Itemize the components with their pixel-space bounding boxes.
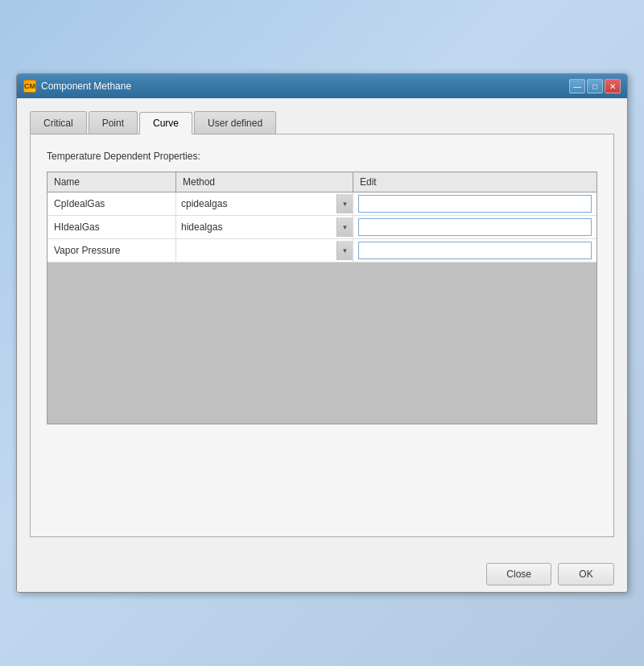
window-close-button[interactable]: ✕ (605, 79, 621, 93)
window-icon: CM (23, 80, 36, 93)
row2-edit-input[interactable] (358, 218, 592, 236)
properties-table: Name Method Edit CpIdealGas cpidealgas ▼ (47, 172, 597, 424)
row3-method-select[interactable]: ▼ (176, 241, 353, 260)
row3-method-dropdown-arrow[interactable]: ▼ (336, 241, 353, 260)
col-header-edit: Edit (353, 172, 597, 192)
row3-method-value (176, 247, 336, 254)
row3-edit-input[interactable] (358, 242, 592, 259)
window-title: Component Methane (41, 81, 131, 92)
col-header-method: Method (176, 172, 353, 192)
row2-method-value: hidealgas (176, 218, 336, 236)
row2-method-select[interactable]: hidealgas ▼ (176, 217, 353, 237)
table-row: HIdealGas hidealgas ▼ (47, 216, 597, 239)
tab-point[interactable]: Point (89, 111, 138, 134)
row1-name: CpIdealGas (47, 192, 176, 215)
section-title: Temperature Dependent Properties: (47, 151, 597, 162)
table-empty-area (47, 263, 597, 424)
content-panel: Temperature Dependent Properties: Name M… (30, 134, 614, 537)
tab-bar: Critical Point Curve User defined (30, 111, 614, 134)
row2-name: HIdealGas (47, 216, 176, 238)
minimize-button[interactable]: — (569, 79, 585, 93)
close-button[interactable]: Close (486, 563, 551, 585)
window-body: Critical Point Curve User defined Temper… (17, 98, 627, 550)
footer: Close OK (17, 550, 627, 592)
ok-button[interactable]: OK (558, 563, 614, 585)
row2-method-cell: hidealgas ▼ (176, 216, 353, 238)
row2-edit-cell (353, 216, 597, 238)
maximize-button[interactable]: □ (587, 79, 603, 93)
main-window: CM Component Methane — □ ✕ Critical Poin… (16, 73, 628, 593)
row1-edit-cell (353, 192, 597, 215)
row1-method-cell: cpidealgas ▼ (176, 192, 353, 215)
tab-critical[interactable]: Critical (30, 111, 87, 134)
tab-user-defined[interactable]: User defined (194, 111, 276, 134)
table-header: Name Method Edit (47, 172, 597, 192)
row1-edit-input[interactable] (358, 195, 592, 213)
title-bar-left: CM Component Methane (23, 80, 131, 93)
table-row: CpIdealGas cpidealgas ▼ (47, 192, 597, 216)
row1-method-dropdown-arrow[interactable]: ▼ (336, 194, 353, 213)
row3-method-cell: ▼ (176, 239, 353, 262)
row3-name: Vapor Pressure (47, 239, 176, 262)
title-bar: CM Component Methane — □ ✕ (17, 74, 627, 98)
title-buttons: — □ ✕ (569, 79, 621, 93)
table-row: Vapor Pressure ▼ (47, 239, 597, 263)
row1-method-value: cpidealgas (176, 195, 336, 213)
row3-edit-cell (353, 239, 597, 262)
row1-method-select[interactable]: cpidealgas ▼ (176, 194, 353, 213)
col-header-name: Name (47, 172, 176, 192)
row2-method-dropdown-arrow[interactable]: ▼ (336, 217, 353, 237)
tab-curve[interactable]: Curve (139, 112, 192, 134)
